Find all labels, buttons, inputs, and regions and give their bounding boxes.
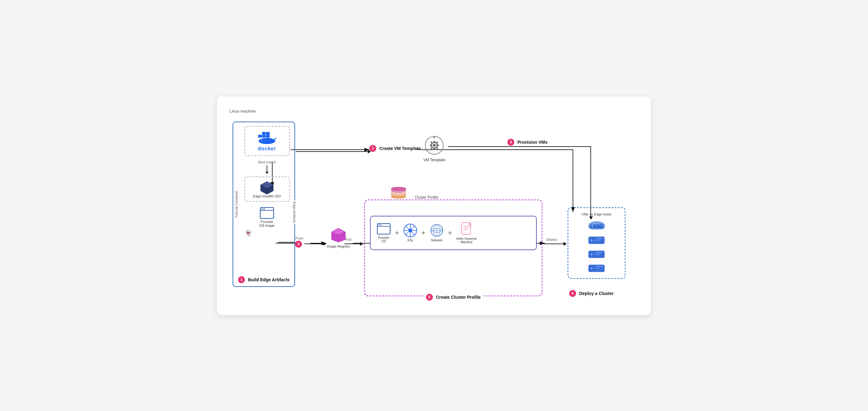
k8s-node-1-svg bbox=[588, 235, 605, 246]
svg-point-25 bbox=[264, 208, 265, 210]
cp-hello-universe-label: Hello UniverseManifest bbox=[457, 237, 477, 244]
step3-label: Create VM Template bbox=[379, 146, 421, 151]
deploy-text-label: Deploy bbox=[547, 238, 557, 241]
k8s-cluster-1 bbox=[588, 235, 605, 246]
docker-text: docker bbox=[258, 146, 276, 151]
plus3: + bbox=[448, 229, 452, 237]
plus1: + bbox=[395, 229, 399, 237]
step4-badge: 4 bbox=[507, 139, 514, 146]
edge-artifacts-box: Tutorial Container Edge Artifacts bbox=[232, 122, 295, 287]
step4-label: Provision VMs bbox=[517, 140, 547, 145]
provision-arrow-h bbox=[448, 146, 591, 147]
cp-provider-os-svg bbox=[377, 223, 391, 235]
cp-k3s: K3s bbox=[403, 224, 417, 242]
svg-rect-89 bbox=[595, 252, 603, 253]
globe-svg bbox=[430, 224, 444, 237]
svg-rect-97 bbox=[595, 268, 600, 269]
server-icon-svg bbox=[587, 219, 606, 232]
step1-row: 1 Build Edge Artifacts bbox=[238, 276, 289, 283]
tutorial-container-label: Tutorial Container bbox=[235, 189, 238, 219]
arrow-cluster-to-deploy bbox=[543, 242, 567, 246]
arrow-to-vm-template bbox=[296, 150, 371, 153]
step4-row: 4 Provision VMs bbox=[507, 139, 547, 146]
arrow-registry-to-cluster bbox=[344, 242, 363, 246]
svg-rect-13 bbox=[262, 132, 266, 134]
svg-line-57 bbox=[412, 226, 415, 229]
svg-rect-96 bbox=[595, 266, 603, 267]
svg-line-56 bbox=[412, 232, 415, 235]
svg-point-15 bbox=[258, 138, 275, 144]
vm-template-label: VM Template bbox=[423, 158, 445, 162]
step5-label: Create Cluster Profile bbox=[436, 295, 480, 300]
vms-edge-hosts-label: VMs as Edge hosts bbox=[582, 212, 611, 216]
step5-row: 5 Create Cluster Profile bbox=[423, 294, 483, 301]
bind-mount-label: Bind mount bbox=[258, 160, 276, 164]
step1-badge: 1 bbox=[238, 276, 245, 283]
svg-line-55 bbox=[405, 226, 408, 229]
step2-badge: 2 bbox=[295, 241, 302, 248]
cp-network-label: Network bbox=[431, 239, 442, 242]
step3-badge: 3 bbox=[369, 145, 376, 152]
deploy-section-box: VMs as Edge hosts bbox=[568, 207, 625, 279]
push-label: Push bbox=[296, 236, 303, 240]
k8s-wheel-svg bbox=[403, 224, 417, 237]
vm-template-icon: VM Template bbox=[423, 134, 445, 162]
svg-point-24 bbox=[262, 208, 263, 210]
k8s-cluster-3 bbox=[588, 263, 605, 274]
k8s-node-3-svg bbox=[588, 263, 605, 274]
svg-point-16 bbox=[261, 140, 262, 141]
diagram-container: Linux machine bbox=[217, 96, 651, 315]
package-icon-svg bbox=[259, 180, 275, 194]
svg-point-31 bbox=[433, 144, 436, 146]
svg-rect-90 bbox=[595, 253, 600, 255]
edge-installer-dashed-box: Edge Installer ISO bbox=[245, 176, 290, 202]
svg-point-48 bbox=[380, 224, 381, 226]
cp-provider-os: ProviderOS bbox=[377, 223, 391, 243]
svg-rect-32 bbox=[433, 141, 435, 143]
docker-whale-svg bbox=[256, 130, 278, 146]
cluster-profile-inner-box: ProviderOS + bbox=[370, 216, 537, 250]
document-svg bbox=[460, 222, 473, 236]
k8s-cluster-2 bbox=[588, 249, 605, 260]
docker-icon: docker bbox=[256, 130, 278, 151]
diagram-inner: Tutorial Container Edge Artifacts bbox=[229, 115, 639, 303]
provider-os-label: ProviderOS image bbox=[259, 220, 275, 227]
cluster-profile-outer-box: Cluster Profile ProviderOS + bbox=[364, 200, 542, 296]
svg-rect-35 bbox=[436, 144, 439, 146]
arrow-push-to-registry bbox=[304, 242, 326, 246]
step6-label: Deploy a Cluster bbox=[579, 291, 614, 296]
cp-hello-universe: Hello UniverseManifest bbox=[457, 222, 477, 244]
svg-rect-11 bbox=[262, 135, 266, 137]
cp-network: Network bbox=[430, 224, 444, 242]
svg-point-44 bbox=[391, 187, 406, 190]
cluster-stack-svg bbox=[390, 184, 407, 199]
edge-artifacts-label: Edge Artifacts bbox=[292, 201, 296, 224]
svg-rect-83 bbox=[595, 239, 600, 241]
docker-dashed-box: docker bbox=[245, 126, 290, 156]
edge-installer-label: Edge Installer ISO bbox=[253, 194, 281, 198]
cluster-profile-text: Cluster Profile bbox=[413, 195, 439, 200]
ghost-icon: 👻 bbox=[245, 229, 252, 237]
step1-label: Build Edge Artifacts bbox=[248, 277, 289, 282]
svg-rect-14 bbox=[266, 132, 270, 134]
provider-os-icon-svg bbox=[260, 207, 274, 219]
svg-point-73 bbox=[592, 225, 593, 226]
step6-badge: 6 bbox=[569, 290, 576, 297]
step3-row: 3 Create VM Template bbox=[369, 145, 421, 152]
svg-point-47 bbox=[379, 224, 380, 226]
cp-k3s-label: K3s bbox=[407, 239, 413, 242]
step6-row: 6 Deploy a Cluster bbox=[569, 290, 614, 297]
svg-point-74 bbox=[592, 227, 593, 227]
svg-rect-82 bbox=[595, 238, 603, 239]
linux-label: Linux machine bbox=[229, 109, 639, 113]
cp-provider-os-label: ProviderOS bbox=[378, 236, 389, 243]
cluster-stack-icon bbox=[390, 184, 407, 199]
arrow-to-push bbox=[278, 242, 295, 243]
vm-template-circle-svg bbox=[423, 133, 445, 158]
svg-rect-34 bbox=[430, 144, 432, 146]
svg-rect-10 bbox=[258, 135, 262, 137]
svg-rect-33 bbox=[433, 147, 435, 150]
step5-badge: 5 bbox=[426, 294, 433, 301]
step2-push: Push 2 bbox=[295, 236, 304, 248]
plus2: + bbox=[422, 229, 426, 237]
